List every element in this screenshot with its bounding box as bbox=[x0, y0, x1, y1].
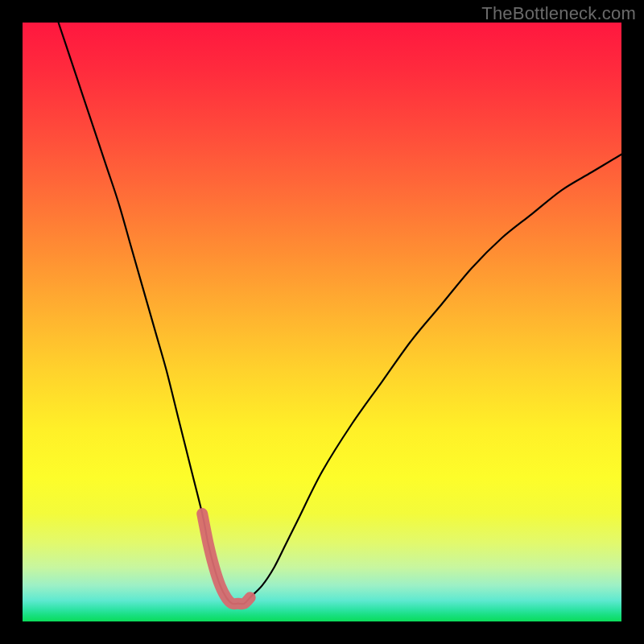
bottleneck-curve bbox=[59, 23, 621, 604]
curve-svg bbox=[23, 23, 621, 621]
minimum-marker bbox=[202, 514, 250, 604]
chart-frame: TheBottleneck.com bbox=[0, 0, 644, 644]
watermark-text: TheBottleneck.com bbox=[481, 3, 636, 24]
plot-area bbox=[23, 23, 621, 621]
